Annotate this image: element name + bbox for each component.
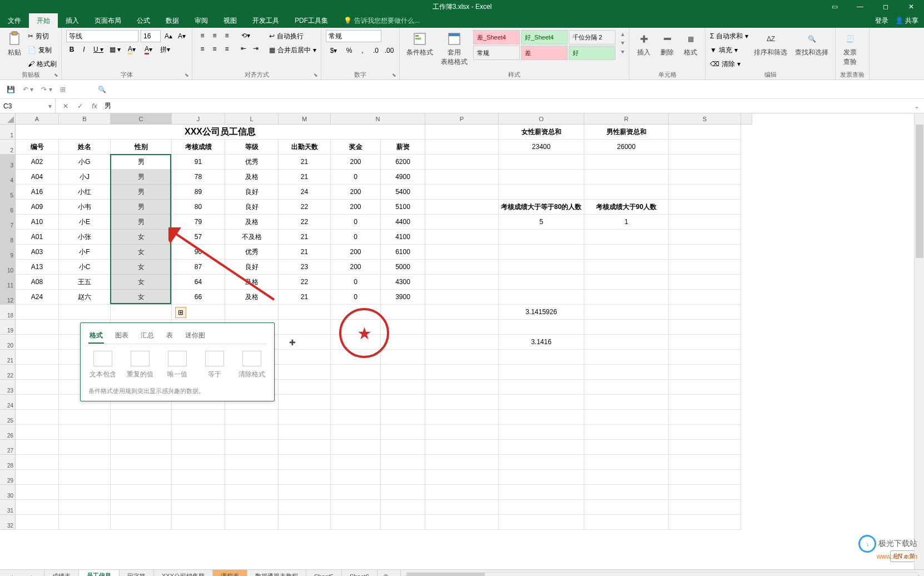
cell[interactable] bbox=[279, 410, 331, 425]
cell[interactable] bbox=[499, 185, 584, 200]
popup-tab-table[interactable]: 表 bbox=[165, 329, 174, 344]
cell[interactable] bbox=[669, 155, 741, 170]
account-login[interactable]: 登录 bbox=[875, 16, 888, 26]
cell[interactable] bbox=[499, 440, 584, 455]
cell[interactable] bbox=[584, 305, 669, 320]
number-format-combo[interactable] bbox=[326, 30, 381, 42]
cell[interactable] bbox=[499, 425, 584, 440]
cell[interactable] bbox=[584, 260, 669, 275]
format-painter-button[interactable]: 🖌 格式刷 bbox=[28, 58, 57, 70]
cell[interactable] bbox=[584, 440, 669, 455]
cell[interactable] bbox=[669, 320, 741, 335]
increase-font-icon[interactable]: A▴ bbox=[163, 31, 174, 42]
row-header-22[interactable]: 22 bbox=[0, 365, 16, 380]
cell[interactable] bbox=[225, 440, 279, 455]
cell[interactable] bbox=[59, 305, 111, 320]
cell[interactable]: A10 bbox=[16, 215, 59, 230]
cell[interactable] bbox=[425, 365, 499, 380]
col-header-P[interactable]: P bbox=[425, 113, 499, 125]
sheet-tab-7[interactable]: Sheet5 bbox=[306, 570, 342, 576]
tab-review[interactable]: 审阅 bbox=[187, 13, 216, 28]
row-header-1[interactable]: 1 bbox=[0, 125, 16, 140]
style-gallery-expand-icon[interactable]: ▾ bbox=[621, 48, 624, 56]
row-header-28[interactable]: 28 bbox=[0, 455, 16, 470]
cell[interactable]: 200 bbox=[331, 260, 381, 275]
increase-indent-icon[interactable]: ⇥ bbox=[250, 43, 261, 54]
bold-button[interactable]: B bbox=[66, 44, 77, 55]
cancel-formula-icon[interactable]: ✕ bbox=[61, 102, 70, 110]
cell[interactable]: 考核成绩 bbox=[172, 140, 225, 155]
cell[interactable] bbox=[331, 395, 381, 410]
cell[interactable] bbox=[111, 305, 172, 320]
name-box-dropdown-icon[interactable]: ▾ bbox=[48, 102, 52, 110]
popup-tab-sum[interactable]: 汇总 bbox=[140, 329, 155, 344]
cell[interactable] bbox=[425, 515, 499, 530]
cell[interactable] bbox=[331, 485, 381, 500]
cell[interactable]: 0 bbox=[331, 275, 381, 290]
cell[interactable]: 90 bbox=[172, 245, 225, 260]
cell[interactable]: 赵六 bbox=[59, 290, 111, 305]
style-bad[interactable]: 差 bbox=[521, 46, 568, 60]
row-header-10[interactable]: 10 bbox=[0, 260, 16, 275]
cell[interactable]: 64 bbox=[172, 275, 225, 290]
share-button[interactable]: 👤 共享 bbox=[895, 16, 918, 26]
cell[interactable] bbox=[279, 305, 331, 320]
cell[interactable]: A08 bbox=[16, 275, 59, 290]
cell[interactable]: 21 bbox=[279, 245, 331, 260]
cell[interactable] bbox=[584, 365, 669, 380]
row-header-6[interactable]: 6 bbox=[0, 200, 16, 215]
hscroll-track[interactable] bbox=[406, 572, 918, 577]
cell[interactable] bbox=[499, 275, 584, 290]
cell[interactable] bbox=[499, 170, 584, 185]
align-top-icon[interactable]: ≡ bbox=[197, 30, 208, 41]
cell[interactable] bbox=[425, 500, 499, 515]
tell-me-input[interactable]: 💡 告诉我您想要做什么... bbox=[344, 13, 420, 28]
alignment-dialog-launcher[interactable]: ⬊ bbox=[312, 72, 319, 78]
cell[interactable] bbox=[172, 440, 225, 455]
tab-layout[interactable]: 页面布局 bbox=[87, 13, 129, 28]
sheet-nav-last-icon[interactable]: ▸ bbox=[31, 573, 34, 577]
decrease-font-icon[interactable]: A▾ bbox=[176, 31, 187, 42]
cell[interactable] bbox=[425, 215, 499, 230]
cell[interactable] bbox=[331, 515, 381, 530]
cell[interactable] bbox=[499, 350, 584, 365]
cell[interactable] bbox=[669, 125, 741, 140]
cell[interactable]: 3.1416 bbox=[499, 335, 584, 350]
cell[interactable]: 女 bbox=[111, 230, 172, 245]
cell[interactable] bbox=[279, 320, 331, 335]
cell[interactable] bbox=[279, 515, 331, 530]
row-header-30[interactable]: 30 bbox=[0, 485, 16, 500]
row-header-12[interactable]: 12 bbox=[0, 290, 16, 305]
cell[interactable] bbox=[279, 470, 331, 485]
cell[interactable] bbox=[59, 500, 111, 515]
cell[interactable]: 王五 bbox=[59, 275, 111, 290]
cell[interactable] bbox=[16, 365, 59, 380]
cell[interactable] bbox=[584, 185, 669, 200]
cell[interactable]: 考核成绩大于90人数 bbox=[584, 200, 669, 215]
cell[interactable] bbox=[381, 455, 425, 470]
cell[interactable]: 200 bbox=[331, 245, 381, 260]
cell[interactable]: 24 bbox=[279, 185, 331, 200]
tab-pdf[interactable]: PDF工具集 bbox=[287, 13, 336, 28]
cell[interactable] bbox=[584, 350, 669, 365]
row-header-27[interactable]: 27 bbox=[0, 440, 16, 455]
popup-item-equal[interactable]: 等于 bbox=[200, 351, 229, 379]
cell[interactable] bbox=[669, 485, 741, 500]
cell[interactable] bbox=[331, 470, 381, 485]
cell[interactable] bbox=[381, 365, 425, 380]
align-bottom-icon[interactable]: ≡ bbox=[221, 30, 232, 41]
italic-button[interactable]: I bbox=[78, 44, 90, 55]
style-good[interactable]: 好 bbox=[569, 46, 615, 60]
cell[interactable]: 女 bbox=[111, 290, 172, 305]
cell[interactable] bbox=[425, 335, 499, 350]
number-dialog-launcher[interactable]: ⬊ bbox=[391, 72, 398, 78]
cell[interactable] bbox=[584, 395, 669, 410]
enter-formula-icon[interactable]: ✓ bbox=[76, 102, 85, 110]
cell[interactable] bbox=[16, 320, 59, 335]
cell[interactable] bbox=[172, 500, 225, 515]
find-select-button[interactable]: 🔍查找和选择 bbox=[793, 30, 831, 58]
cell[interactable] bbox=[425, 260, 499, 275]
cell[interactable]: 良好 bbox=[225, 260, 279, 275]
sheet-tab-8[interactable]: Sheet6 bbox=[342, 570, 377, 576]
maximize-icon[interactable]: ◻ bbox=[873, 0, 898, 13]
